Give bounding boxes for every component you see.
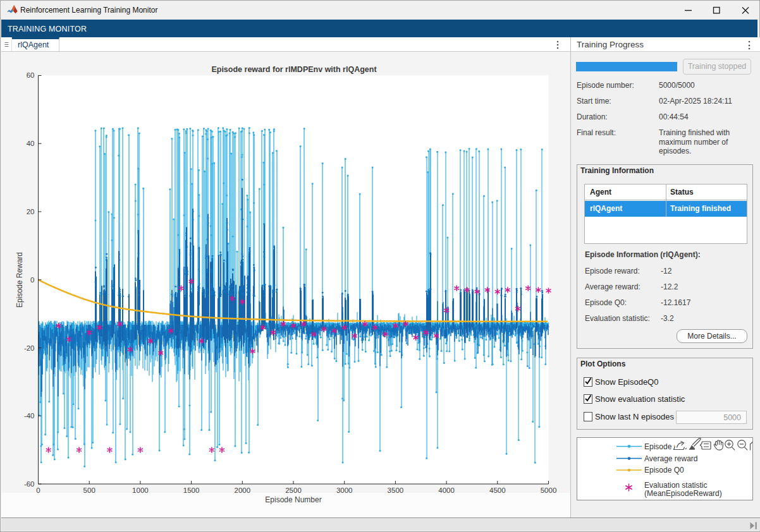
svg-text:1500: 1500 [183, 487, 200, 494]
svg-text:Evaluation statistic: Evaluation statistic [644, 481, 707, 490]
svg-text:0: 0 [36, 487, 40, 494]
svg-text:Episode Number: Episode Number [265, 495, 321, 504]
svg-text:-40: -40 [24, 412, 35, 420]
svg-text:20: 20 [27, 208, 35, 215]
svg-text:60: 60 [27, 71, 35, 79]
svg-text:1000: 1000 [132, 487, 149, 494]
svg-text:Episode Reward: Episode Reward [15, 252, 24, 308]
svg-text:3000: 3000 [336, 487, 353, 494]
svg-text:5000: 5000 [541, 487, 557, 494]
svg-text:40: 40 [27, 140, 35, 147]
svg-text:-20: -20 [24, 344, 35, 352]
svg-text:3500: 3500 [388, 487, 404, 494]
svg-text:Episode Q0: Episode Q0 [644, 466, 684, 475]
svg-text:500: 500 [83, 487, 95, 494]
svg-text:Episode reward for rlMDPEnv wi: Episode reward for rlMDPEnv with rlQAgen… [211, 65, 377, 74]
svg-text:Average reward: Average reward [644, 454, 698, 463]
svg-text:2500: 2500 [285, 487, 302, 494]
svg-text:-60: -60 [24, 480, 35, 488]
svg-text:0: 0 [30, 276, 34, 284]
svg-text:(MeanEpisodeReward): (MeanEpisodeReward) [644, 489, 722, 498]
svg-text:4000: 4000 [438, 487, 455, 494]
svg-text:2000: 2000 [235, 487, 251, 494]
svg-text:4500: 4500 [489, 487, 506, 494]
